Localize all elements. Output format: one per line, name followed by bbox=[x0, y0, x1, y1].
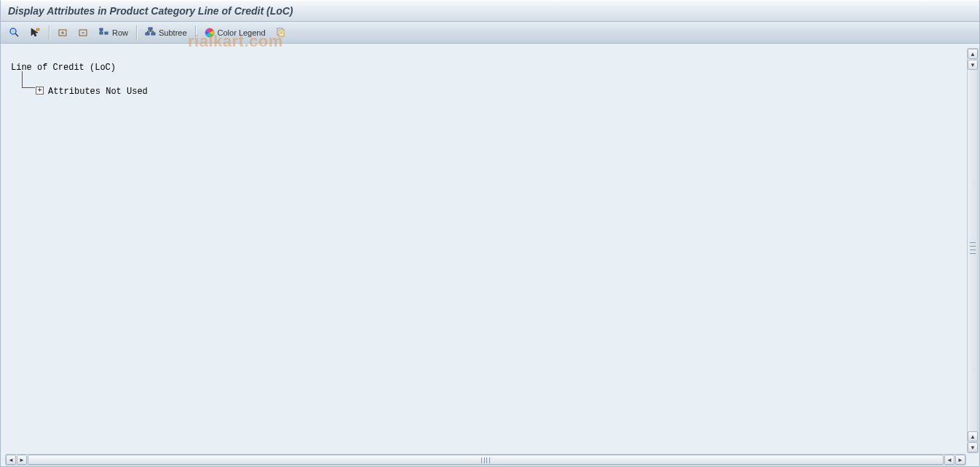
expand-toggle-icon[interactable]: + bbox=[36, 87, 44, 95]
collapse-node-button[interactable] bbox=[74, 25, 93, 41]
hierarchy-row-icon bbox=[98, 27, 110, 39]
page-title: Display Attributes in Product Category L… bbox=[8, 5, 293, 17]
scroll-right-button[interactable]: ► bbox=[17, 455, 27, 465]
magnifier-icon bbox=[9, 27, 20, 39]
svg-rect-23 bbox=[279, 30, 284, 36]
title-bar: Display Attributes in Product Category L… bbox=[0, 0, 980, 22]
svg-rect-3 bbox=[36, 28, 39, 31]
svg-rect-15 bbox=[146, 33, 149, 35]
color-legend-button-label: Color Legend bbox=[218, 28, 266, 37]
toolbar: Row Subtree Color Legend bbox=[0, 22, 980, 44]
tree-child-label: Attributes Not Used bbox=[48, 87, 148, 97]
expand-plus-icon bbox=[58, 27, 69, 39]
row-button[interactable]: Row bbox=[95, 25, 132, 41]
documents-icon bbox=[274, 27, 286, 39]
tree-root-node[interactable]: Line of Credit (LoC) bbox=[11, 63, 960, 73]
scrollbar-thumb[interactable] bbox=[28, 455, 944, 465]
collapse-minus-icon bbox=[78, 27, 90, 39]
svg-rect-14 bbox=[149, 28, 152, 30]
tree-view: Line of Credit (LoC) + Attributes Not Us… bbox=[5, 48, 966, 453]
arrow-cursor-icon bbox=[29, 27, 41, 39]
position-button[interactable] bbox=[25, 25, 44, 41]
vertical-scrollbar[interactable]: ▲ ▼ ▲ ▼ bbox=[967, 48, 979, 453]
color-legend-button[interactable]: Color Legend bbox=[200, 25, 269, 41]
tree-child-node[interactable]: + Attributes Not Used bbox=[11, 81, 960, 102]
toolbar-separator bbox=[195, 25, 196, 40]
subtree-button[interactable]: Subtree bbox=[141, 25, 191, 41]
horizontal-scrollbar[interactable]: ◄ ► ◄ ► bbox=[5, 454, 966, 466]
svg-rect-16 bbox=[151, 33, 155, 35]
scroll-down-button[interactable]: ▼ bbox=[968, 442, 978, 452]
scroll-down-button[interactable]: ▼ bbox=[968, 60, 978, 70]
scrollbar-grip-icon bbox=[481, 458, 490, 463]
documentation-button[interactable] bbox=[271, 25, 290, 41]
svg-rect-11 bbox=[105, 32, 108, 34]
subtree-button-label: Subtree bbox=[159, 28, 187, 37]
toolbar-separator bbox=[49, 25, 50, 40]
svg-point-2 bbox=[12, 30, 15, 33]
scroll-right-button[interactable]: ► bbox=[955, 455, 965, 465]
hierarchy-subtree-icon bbox=[145, 27, 157, 39]
expand-node-button[interactable] bbox=[54, 25, 73, 41]
scrollbar-grip-icon bbox=[970, 242, 976, 254]
scroll-left-button[interactable]: ◄ bbox=[944, 455, 955, 465]
color-wheel-icon bbox=[204, 27, 216, 39]
row-button-label: Row bbox=[112, 28, 128, 37]
toolbar-separator bbox=[136, 25, 137, 40]
scroll-up-button[interactable]: ▲ bbox=[968, 431, 978, 442]
svg-rect-9 bbox=[100, 28, 103, 31]
find-button[interactable] bbox=[5, 25, 24, 41]
content-area: Line of Credit (LoC) + Attributes Not Us… bbox=[0, 44, 980, 467]
scroll-up-button[interactable]: ▲ bbox=[968, 49, 978, 59]
svg-line-1 bbox=[15, 33, 18, 36]
tree-connector-line bbox=[11, 71, 33, 92]
scroll-left-button[interactable]: ◄ bbox=[6, 455, 16, 465]
